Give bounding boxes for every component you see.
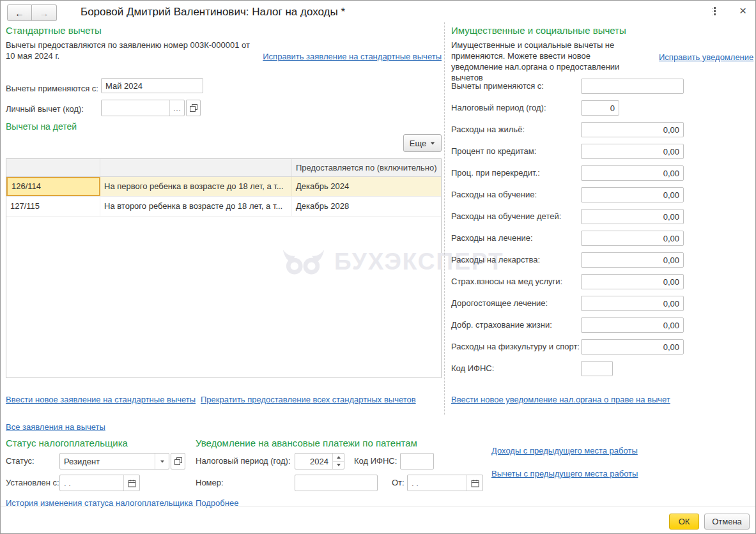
personal-code-field: … [101, 100, 185, 116]
patent-from-input[interactable] [408, 475, 467, 491]
cancel-button[interactable]: Отмена [704, 514, 750, 530]
personal-code-label: Личный вычет (код): [6, 101, 84, 118]
sport-expenses-input[interactable] [581, 339, 684, 355]
close-icon[interactable]: × [739, 3, 746, 19]
patent-notification-heading: Уведомление на авансовые платежи по пате… [196, 438, 417, 448]
column-header-until: Предоставляется по (включительно) [292, 159, 441, 176]
ok-button[interactable]: ОК [669, 514, 699, 530]
open-personal-code-button[interactable] [186, 100, 201, 116]
refinance-interest-input[interactable] [581, 165, 684, 181]
ps-tax-period-input[interactable] [581, 100, 619, 116]
treatment-expenses-input[interactable] [581, 231, 684, 246]
more-menu-icon[interactable] [711, 7, 718, 17]
field-row: Расходы на лекарства: [451, 252, 684, 268]
medical-insurance-input[interactable] [581, 274, 684, 289]
nav-history-group: ← → [7, 4, 57, 21]
dropdown-arrow-icon [160, 460, 164, 462]
set-from-date-field [59, 475, 140, 491]
set-from-calendar-button[interactable] [123, 475, 139, 491]
standard-deductions-heading: Стандартные вычеты [6, 25, 102, 36]
expensive-treatment-input[interactable] [581, 296, 684, 311]
status-dropdown-button[interactable] [155, 454, 169, 469]
fix-notification-link[interactable]: Исправить уведомление [659, 52, 753, 62]
forward-button[interactable]: → [32, 4, 57, 21]
field-row: Страх.взносы на мед услуги: [451, 274, 684, 289]
patent-period-spinner [295, 453, 344, 469]
calendar-icon [471, 479, 479, 487]
open-in-new-icon [174, 457, 182, 465]
patent-number-input[interactable] [295, 475, 378, 491]
forward-arrow-icon: → [40, 8, 49, 19]
set-from-label: Установлен с: [6, 475, 59, 491]
back-button[interactable]: ← [7, 4, 32, 21]
field-row: Расходы на физкультуру и спорт: [451, 339, 684, 355]
field-row: Добр. страхование жизни: [451, 317, 684, 333]
cell-until[interactable]: Декабрь 2024 [292, 177, 441, 196]
status-label: Статус: [6, 453, 35, 469]
new-statement-link[interactable]: Ввести новое заявление на стандартные вы… [6, 395, 196, 404]
field-row: Расходы на лечение: [451, 231, 684, 246]
personal-code-input[interactable] [102, 100, 169, 116]
field-row: Проц. при перекредит.: [451, 165, 684, 181]
new-notification-link[interactable]: Ввести новое уведомление нал.органа о пр… [451, 395, 670, 404]
education-expenses-input[interactable] [581, 187, 684, 202]
field-row: Процент по кредитам: [451, 144, 684, 159]
patent-number-label: Номер: [196, 475, 224, 491]
ellipsis-icon: … [173, 103, 181, 113]
children-deductions-table: Предоставляется по (включительно) 126/11… [6, 158, 442, 378]
status-combo [59, 453, 169, 469]
patent-from-label: От: [392, 475, 405, 491]
patent-ifns-input[interactable] [400, 453, 434, 469]
property-social-description: Имущественные и социальные вычеты не при… [451, 40, 643, 83]
table-row[interactable]: 126/114 На первого ребенка в возрасте до… [6, 177, 441, 197]
field-row: Расходы на обучение детей: [451, 209, 684, 224]
spinner-down-icon[interactable] [333, 462, 344, 469]
cell-code[interactable]: 127/115 [6, 197, 100, 216]
footer-divider [1, 507, 755, 507]
patent-period-input[interactable] [295, 454, 332, 469]
loan-interest-input[interactable] [581, 144, 684, 159]
field-row: Расходы на обучение: [451, 187, 684, 202]
applied-from-input[interactable] [101, 78, 203, 93]
cell-description[interactable]: На первого ребенка в возрасте до 18 лет,… [100, 177, 292, 196]
more-button[interactable]: Еще [403, 134, 442, 152]
back-arrow-icon: ← [15, 8, 24, 19]
field-row: Дорогостоящее лечение: [451, 296, 684, 311]
income-tax-window: ← → Боровой Дмитрий Валентинович: Налог … [0, 0, 756, 534]
status-input[interactable] [60, 454, 155, 469]
cell-until[interactable]: Декабрь 2028 [292, 197, 441, 216]
open-status-button[interactable] [171, 453, 185, 469]
ps-ifns-input[interactable] [581, 361, 613, 376]
housing-expenses-input[interactable] [581, 122, 684, 137]
dropdown-arrow-icon [431, 142, 435, 144]
field-row-tax-period: Налоговый период (год): [451, 100, 684, 116]
stop-all-deductions-link[interactable]: Прекратить предоставление всех стандартн… [201, 395, 416, 404]
table-row[interactable]: 127/115 На второго ребенка в возрасте до… [6, 197, 441, 217]
spinner-up-icon[interactable] [333, 454, 344, 462]
patent-from-calendar-button[interactable] [467, 475, 482, 491]
all-statements-link[interactable]: Все заявления на вычеты [6, 422, 105, 432]
previous-income-link[interactable]: Доходы с предыдущего места работы [491, 446, 638, 455]
open-in-new-icon [190, 104, 197, 112]
cell-code[interactable]: 126/114 [6, 177, 100, 196]
set-from-input[interactable] [60, 475, 123, 491]
field-row-applied-from: Вычеты применяются с: [451, 79, 684, 94]
ps-applied-from-input[interactable] [581, 79, 684, 94]
cell-description[interactable]: На второго ребенка в возрасте до 18 лет,… [100, 197, 292, 216]
life-insurance-input[interactable] [581, 317, 684, 333]
fix-statement-link[interactable]: Исправить заявление на стандартные вычет… [263, 52, 442, 61]
patent-period-label: Налоговый период (год): [196, 453, 291, 469]
statement-info-text: Вычеты предоставляются по заявлению номе… [6, 40, 261, 61]
field-row-ifns: Код ИФНС: [451, 361, 684, 376]
patent-from-date-field [407, 475, 483, 491]
window-title: Боровой Дмитрий Валентинович: Налог на д… [81, 6, 345, 19]
children-education-input[interactable] [581, 209, 684, 224]
property-social-heading: Имущественные и социальные вычеты [451, 25, 626, 36]
patent-ifns-label: Код ИФНС: [354, 453, 397, 469]
spinner-buttons [332, 454, 344, 469]
choose-button[interactable]: … [169, 100, 184, 116]
calendar-icon [128, 479, 136, 487]
section-divider [444, 22, 445, 415]
medicine-expenses-input[interactable] [581, 252, 684, 268]
previous-deductions-link[interactable]: Вычеты с предыдущего места работы [491, 469, 638, 478]
